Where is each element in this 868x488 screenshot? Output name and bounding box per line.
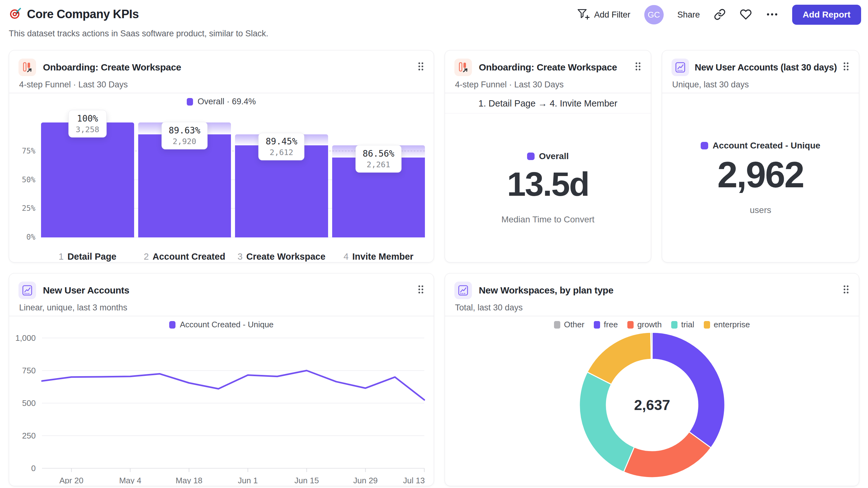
- metric-caption: users: [662, 205, 859, 215]
- funnel-tooltip: 100%3,258: [69, 110, 106, 137]
- metric-value: 2,962: [662, 151, 859, 198]
- x-axis-label: 4Invite Member: [330, 252, 427, 262]
- legend-swatch: [671, 321, 678, 329]
- card-title: New User Accounts (last 30 days): [695, 62, 837, 73]
- favorite-button[interactable]: [740, 8, 752, 21]
- card-median-time: Onboarding: Create Workspace 4-step Funn…: [445, 50, 651, 262]
- legend-swatch: [594, 321, 600, 329]
- page-title: Core Company KPIs: [27, 7, 139, 21]
- funnel-count: 2,261: [363, 160, 394, 169]
- legend-swatch: [627, 321, 633, 329]
- header-actions: Add Filter GC Share: [577, 4, 861, 25]
- add-filter-button[interactable]: Add Filter: [577, 7, 630, 22]
- link-icon: [714, 8, 726, 21]
- x-axis-label: May 4: [119, 476, 141, 484]
- drag-handle-icon[interactable]: [634, 62, 642, 72]
- card-subtitle: 4-step Funnel · Last 30 Days: [19, 80, 128, 90]
- divider: [662, 93, 859, 93]
- funnel-conversion-pct: 86.56%: [363, 149, 394, 159]
- x-axis-label: 2Account Created: [136, 252, 233, 262]
- line-chart-report-icon: [454, 282, 472, 299]
- donut-slice-free[interactable]: [652, 332, 725, 448]
- funnel-range-label: 1. Detail Page → 4. Invite Member: [445, 93, 651, 113]
- legend-swatch: [169, 321, 176, 329]
- y-axis-label: 1,000: [16, 333, 36, 343]
- line-chart-report-icon: [672, 59, 689, 76]
- funnel-conversion-pct: 89.63%: [168, 125, 200, 136]
- line-chart[interactable]: 02505007501,000Apr 20May 4May 18Jun 1Jun…: [16, 332, 427, 484]
- donut-slice-growth[interactable]: [624, 432, 711, 478]
- y-axis-label: 500: [22, 398, 36, 408]
- funnel-tooltip: 86.56%2,261: [355, 145, 401, 172]
- funnel-legend[interactable]: Overall · 69.4%: [9, 97, 434, 106]
- x-axis-label: Jun 1: [238, 476, 258, 484]
- x-axis-label: Apr 20: [60, 476, 84, 484]
- funnel-conversion-pct: 89.45%: [266, 136, 298, 147]
- funnel-plot[interactable]: 0%25%50%75%100%3,2581Detail Page89.63%2,…: [41, 123, 425, 237]
- legend-swatch: [701, 142, 708, 150]
- add-report-button[interactable]: Add Report: [792, 5, 861, 25]
- card-title: New User Accounts: [43, 285, 129, 296]
- x-axis-label: May 18: [176, 476, 203, 484]
- card-subtitle: Linear, unique, last 3 months: [19, 303, 127, 313]
- legend-label: Overall · 69.4%: [197, 97, 256, 106]
- divider: [445, 316, 859, 316]
- donut-total: 2,637: [634, 397, 670, 413]
- drag-handle-icon[interactable]: [417, 62, 424, 72]
- funnel-tooltip: 89.63%2,920: [161, 122, 208, 150]
- card-subtitle: Unique, last 30 days: [672, 80, 749, 90]
- divider: [9, 93, 434, 93]
- trend-line[interactable]: [42, 370, 424, 400]
- card-onboarding-funnel: Onboarding: Create Workspace 4-step Funn…: [9, 50, 434, 262]
- y-axis-label: 75%: [22, 147, 35, 155]
- drag-handle-icon[interactable]: [843, 62, 849, 72]
- legend-label: Overall: [539, 151, 569, 161]
- funnel-report-icon: [454, 59, 472, 76]
- metric-legend[interactable]: Overall: [445, 151, 651, 161]
- card-subtitle: 4-step Funnel · Last 30 Days: [455, 80, 564, 90]
- funnel-count: 2,920: [168, 137, 200, 146]
- y-axis-label: 25%: [22, 204, 35, 213]
- metric-legend[interactable]: Account Created - Unique: [662, 141, 859, 151]
- card-title: Onboarding: Create Workspace: [43, 62, 181, 73]
- funnel-conversion-pct: 100%: [76, 113, 99, 124]
- metric-value: 13.5d: [445, 161, 651, 208]
- line-legend[interactable]: Account Created - Unique: [9, 320, 434, 329]
- donut-slice-Other[interactable]: [651, 332, 652, 359]
- legend-swatch: [704, 321, 710, 329]
- funnel-bar[interactable]: [41, 123, 134, 237]
- funnel-count: 2,612: [266, 148, 298, 157]
- y-axis-label: 0%: [26, 233, 35, 241]
- copy-link-button[interactable]: [714, 8, 726, 21]
- funnel-count: 3,258: [76, 125, 99, 134]
- legend-swatch: [554, 321, 560, 329]
- heart-icon: [740, 8, 752, 21]
- x-axis-label: 3Create Workspace: [233, 252, 330, 262]
- avatar[interactable]: GC: [644, 5, 664, 25]
- line-chart-report-icon: [19, 282, 36, 299]
- donut-chart[interactable]: 2,637: [445, 328, 860, 486]
- target-icon: [9, 7, 22, 21]
- y-axis-label: 750: [22, 366, 36, 375]
- filter-plus-icon: [577, 7, 590, 22]
- page-header: Core Company KPIs This dataset tracks ac…: [9, 0, 861, 47]
- page-subtitle: This dataset tracks actions in Saas soft…: [9, 29, 268, 38]
- legend-label: Account Created - Unique: [713, 141, 820, 151]
- card-title: Onboarding: Create Workspace: [479, 62, 617, 73]
- add-filter-label: Add Filter: [594, 10, 630, 20]
- drag-handle-icon[interactable]: [843, 285, 849, 295]
- donut-slice-trial[interactable]: [580, 372, 634, 472]
- share-button[interactable]: Share: [678, 10, 700, 20]
- share-label: Share: [678, 10, 700, 20]
- more-button[interactable]: [766, 12, 778, 18]
- legend-label: Account Created - Unique: [180, 320, 274, 329]
- more-icon: [766, 12, 778, 18]
- metric-caption: Median Time to Convert: [445, 215, 651, 225]
- x-axis-label: Jun 29: [353, 476, 378, 484]
- funnel-report-icon: [19, 59, 36, 76]
- x-axis-label: 1Detail Page: [39, 252, 136, 262]
- drag-handle-icon[interactable]: [417, 285, 424, 295]
- card-subtitle: Total, last 30 days: [455, 303, 523, 313]
- funnel-bar[interactable]: [138, 134, 231, 237]
- donut-slice-enterprise[interactable]: [587, 332, 651, 384]
